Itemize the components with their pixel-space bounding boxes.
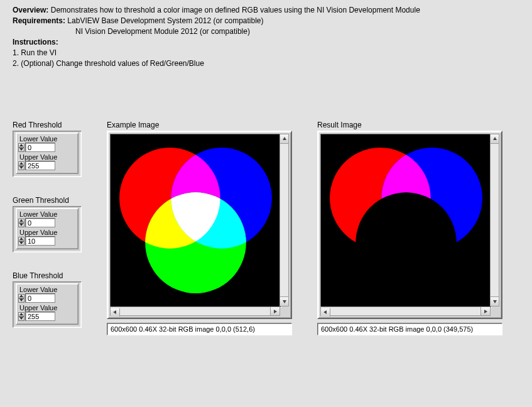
example-vertical-scrollbar[interactable] [280,134,289,307]
blue-lower-value-input[interactable]: 0 [25,293,55,303]
red-upper-increment-button[interactable] [18,161,24,166]
example-image-title: Example Image [107,121,292,129]
red-upper-value-input[interactable]: 255 [25,161,55,170]
example-horizontal-scrollbar[interactable] [110,307,280,316]
scroll-up-icon[interactable] [491,134,499,144]
requirements-text-2: NI Vision Development Module 2012 (or co… [75,27,250,36]
requirements-text-1: LabVIEW Base Development System 2012 (or… [65,16,263,25]
red-lower-label: Lower Value [18,135,76,143]
example-venn-icon [111,134,281,307]
green-lower-decrement-button[interactable] [18,223,24,227]
scroll-right-icon[interactable] [270,307,280,315]
green-lower-label: Lower Value [18,210,76,218]
green-upper-increment-button[interactable] [18,237,24,241]
result-image-frame [317,131,502,319]
result-venn-icon [321,134,491,307]
instructions-label: Instructions: [13,37,519,48]
result-image-status: 600x600 0.46X 32-bit RGB image 0,0,0 (34… [317,323,502,335]
result-horizontal-scrollbar[interactable] [320,307,491,316]
blue-lower-increment-button[interactable] [18,294,24,298]
red-upper-label: Upper Value [18,153,76,161]
green-upper-label: Upper Value [18,229,76,236]
header-text: Overview: Demonstrates how to threshold … [0,0,532,69]
red-upper-decrement-button[interactable] [18,166,24,170]
green-upper-value-input[interactable]: 10 [25,236,55,246]
green-lower-value-input[interactable]: 0 [25,218,55,227]
result-image-block: Result Image [317,121,502,347]
blue-upper-increment-button[interactable] [18,312,24,317]
red-threshold-title: Red Threshold [13,121,82,129]
red-threshold-cluster: Red Threshold Lower Value 0 Upper Value [13,121,82,177]
example-image-frame [107,131,292,319]
scroll-up-icon[interactable] [280,134,288,144]
blue-upper-decrement-button[interactable] [18,317,24,321]
scroll-left-icon[interactable] [321,308,330,317]
blue-upper-value-input[interactable]: 255 [25,312,55,321]
instruction-item: 2. (Optional) Change threshold values of… [13,58,519,69]
instruction-item: 1. Run the VI [13,48,519,58]
red-lower-value-input[interactable]: 0 [25,143,55,152]
blue-threshold-title: Blue Threshold [13,271,82,280]
example-image-status: 600x600 0.46X 32-bit RGB image 0,0,0 (51… [107,323,292,335]
thresholds-column: Red Threshold Lower Value 0 Upper Value [13,121,82,347]
overview-label: Overview: [13,6,48,14]
blue-threshold-cluster: Blue Threshold Lower Value 0 Upper Value [13,271,82,328]
green-threshold-cluster: Green Threshold Lower Value 0 Upper Valu… [13,196,82,252]
overview-text: Demonstrates how to threshold a color im… [48,6,420,14]
scroll-left-icon[interactable] [111,308,120,317]
result-vertical-scrollbar[interactable] [490,134,499,307]
red-lower-decrement-button[interactable] [18,148,24,152]
red-lower-increment-button[interactable] [18,143,24,148]
scroll-down-icon[interactable] [491,296,499,306]
green-upper-decrement-button[interactable] [18,241,24,246]
scroll-right-icon[interactable] [480,307,490,315]
example-image-block: Example Image [107,121,292,347]
blue-lower-label: Lower Value [18,286,76,293]
green-threshold-title: Green Threshold [13,196,82,205]
result-image-display[interactable] [320,134,492,308]
blue-lower-decrement-button[interactable] [18,298,24,303]
blue-upper-label: Upper Value [18,304,76,312]
requirements-label: Requirements: [13,16,65,25]
scroll-down-icon[interactable] [280,296,288,306]
result-image-title: Result Image [317,121,502,129]
example-image-display[interactable] [110,134,281,308]
green-lower-increment-button[interactable] [18,219,24,223]
